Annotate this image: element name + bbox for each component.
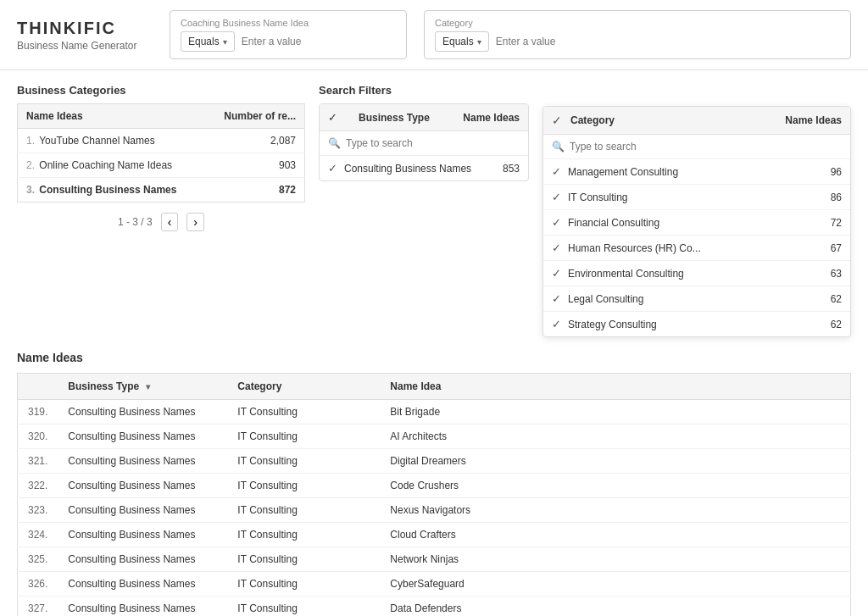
sf-col2-label: Name Ideas — [463, 112, 520, 124]
table-row[interactable]: 1. YouTube Channel Names 2,087 — [18, 129, 305, 153]
ni-row-category: IT Consulting — [227, 547, 380, 572]
ni-row-business-type: Consulting Business Names — [58, 474, 227, 498]
sf-header: ✓ Business Type Name Ideas — [320, 104, 528, 131]
table-row: 327. Consulting Business Names IT Consul… — [18, 597, 851, 617]
cd-search-input[interactable] — [570, 141, 842, 153]
ni-row-business-type: Consulting Business Names — [58, 572, 227, 597]
list-item[interactable]: ✓ Consulting Business Names 853 — [320, 156, 528, 180]
filter-category-input[interactable] — [496, 36, 840, 47]
cd-item-name: Strategy Consulting — [568, 319, 824, 330]
ni-row-category: IT Consulting — [227, 572, 380, 597]
sf-item-check-icon: ✓ — [328, 162, 337, 175]
ni-row-category: IT Consulting — [227, 523, 380, 547]
list-item[interactable]: ✓ IT Consulting 86 — [543, 185, 850, 210]
logo: THINKIFIC — [17, 19, 153, 38]
table-row: 321. Consulting Business Names IT Consul… — [18, 449, 851, 474]
ni-row-category: IT Consulting — [227, 474, 380, 498]
cd-header-check-icon: ✓ — [552, 114, 562, 127]
cd-item-count: 63 — [831, 268, 842, 280]
search-filters-panel: Search Filters ✓ Business Type Name Idea… — [305, 84, 542, 337]
main-panels: Business Categories Name Ideas Number of… — [0, 70, 868, 351]
cd-item-check-icon: ✓ — [552, 241, 561, 254]
cd-item-check-icon: ✓ — [552, 216, 561, 229]
ni-row-category: IT Consulting — [227, 400, 380, 425]
filter-category-operator-text: Equals — [442, 36, 474, 47]
bc-col-count: Number of re... — [205, 104, 305, 129]
filter-category-label: Category — [435, 18, 840, 28]
cd-item-check-icon: ✓ — [552, 292, 561, 305]
ni-row-name-idea: Nexus Navigators — [380, 498, 850, 523]
filter-coaching-label: Coaching Business Name Idea — [181, 18, 396, 28]
cd-scroll-container[interactable]: ✓ Management Consulting 96 ✓ IT Consulti… — [543, 159, 850, 336]
table-row[interactable]: 3. Consulting Business Names 872 — [18, 178, 305, 203]
list-item[interactable]: ✓ Financial Consulting 72 — [543, 210, 850, 236]
filter-coaching-input[interactable] — [242, 36, 396, 47]
ni-row-business-type: Consulting Business Names — [58, 400, 227, 425]
ni-row-category: IT Consulting — [227, 425, 380, 449]
business-categories-panel: Business Categories Name Ideas Number of… — [17, 84, 305, 337]
ni-row-business-type: Consulting Business Names — [58, 523, 227, 547]
ni-row-num: 320. — [18, 425, 58, 449]
list-item[interactable]: ✓ Environmental Consulting 63 — [543, 261, 850, 286]
pagination-prev[interactable]: ‹ — [161, 213, 179, 231]
cd-item-count: 62 — [831, 293, 842, 305]
filter-coaching-row: Equals ▾ — [181, 31, 396, 52]
pagination-info: 1 - 3 / 3 — [118, 216, 153, 228]
ni-col-category: Category — [227, 374, 380, 400]
ni-row-num: 319. — [18, 400, 58, 425]
list-item[interactable]: ✓ Management Consulting 96 — [543, 159, 850, 185]
sf-item-name: Consulting Business Names — [344, 163, 496, 175]
ni-row-num: 323. — [18, 498, 58, 523]
ni-row-category: IT Consulting — [227, 449, 380, 474]
table-row: 325. Consulting Business Names IT Consul… — [18, 547, 851, 572]
sf-search-icon: 🔍 — [328, 137, 341, 149]
ni-row-num: 325. — [18, 547, 58, 572]
cd-item-name: IT Consulting — [568, 191, 824, 203]
filter-category-dropdown-icon: ▾ — [477, 37, 481, 47]
list-item[interactable]: ✓ Human Resources (HR) Co... 67 — [543, 236, 850, 261]
filter-coaching: Coaching Business Name Idea Equals ▾ — [170, 10, 407, 59]
filter-category-row: Equals ▾ — [435, 31, 840, 52]
ni-row-num: 322. — [18, 474, 58, 498]
filter-category-operator[interactable]: Equals ▾ — [435, 31, 489, 52]
list-item[interactable]: ✓ Legal Consulting 62 — [543, 286, 850, 312]
app-container: THINKIFIC Business Name Generator Coachi… — [0, 0, 868, 616]
ni-row-business-type: Consulting Business Names — [58, 498, 227, 523]
name-ideas-section: Name Ideas Business Type ▾ Category Name… — [0, 351, 868, 616]
cd-item-check-icon: ✓ — [552, 318, 561, 330]
ni-row-num: 327. — [18, 597, 58, 617]
pagination: 1 - 3 / 3 ‹ › — [17, 213, 305, 231]
business-categories-title: Business Categories — [17, 84, 305, 97]
ni-row-category: IT Consulting — [227, 597, 380, 617]
logo-area: THINKIFIC Business Name Generator — [17, 19, 153, 52]
ni-col-business-type[interactable]: Business Type ▾ — [58, 374, 227, 400]
ni-row-name-idea: Cloud Crafters — [380, 523, 850, 547]
filter-coaching-operator[interactable]: Equals ▾ — [181, 31, 235, 52]
ni-row-num: 326. — [18, 572, 58, 597]
sf-search-input[interactable] — [346, 137, 520, 149]
ni-row-business-type: Consulting Business Names — [58, 547, 227, 572]
app-subtitle: Business Name Generator — [17, 40, 153, 52]
business-categories-table: Name Ideas Number of re... 1. YouTube Ch… — [17, 103, 305, 203]
pagination-next[interactable]: › — [186, 213, 204, 231]
bc-cell-name: 2. Online Coaching Name Ideas — [18, 153, 205, 178]
bc-cell-count: 2,087 — [205, 129, 305, 153]
ni-row-business-type: Consulting Business Names — [58, 449, 227, 474]
sf-search-row: 🔍 — [320, 131, 528, 156]
header: THINKIFIC Business Name Generator Coachi… — [0, 0, 868, 70]
table-row[interactable]: 2. Online Coaching Name Ideas 903 — [18, 153, 305, 178]
bc-cell-name: 3. Consulting Business Names — [18, 178, 205, 203]
table-row: 320. Consulting Business Names IT Consul… — [18, 425, 851, 449]
ni-row-business-type: Consulting Business Names — [58, 425, 227, 449]
sort-arrow-icon: ▾ — [146, 382, 150, 391]
sf-col1-label: Business Type — [359, 112, 446, 124]
ni-row-name-idea: Code Crushers — [380, 474, 850, 498]
filter-coaching-operator-text: Equals — [188, 36, 220, 47]
category-dropdown-panel: ✓ Category Name Ideas 🔍 ✓ Management Con… — [542, 84, 851, 337]
cd-items: ✓ Management Consulting 96 ✓ IT Consulti… — [543, 159, 850, 336]
list-item[interactable]: ✓ Strategy Consulting 62 — [543, 312, 850, 336]
ni-tbody: 319. Consulting Business Names IT Consul… — [18, 400, 851, 617]
cd-item-check-icon: ✓ — [552, 165, 561, 178]
cd-item-count: 72 — [831, 217, 842, 229]
ni-col-name-idea: Name Idea — [380, 374, 850, 400]
